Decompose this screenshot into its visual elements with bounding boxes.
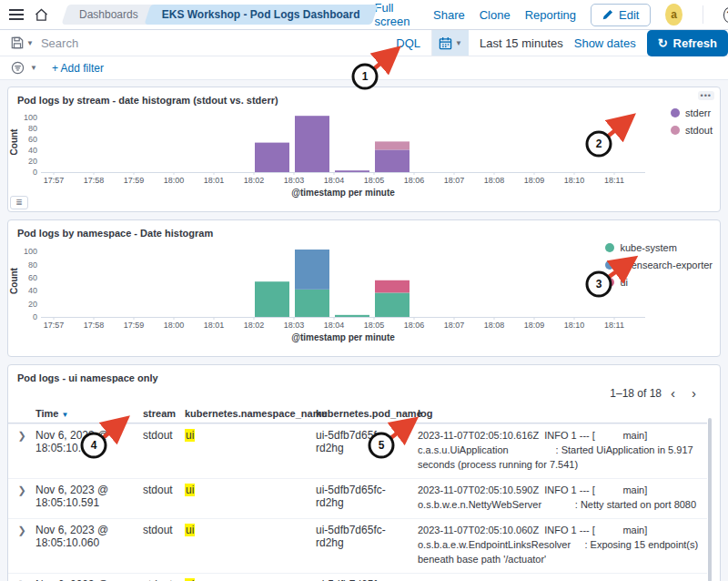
column-header-log[interactable]: log: [418, 408, 707, 419]
column-header-pod-name[interactable]: kubernetes.pod_name: [316, 408, 418, 419]
search-input[interactable]: [41, 30, 385, 56]
panel-pod-logs-by-stream: Pod logs by stream - date histogram (std…: [7, 87, 721, 212]
column-header-stream[interactable]: stream: [143, 408, 185, 419]
reporting-link[interactable]: Reporting: [525, 8, 576, 22]
svg-text:18:02: 18:02: [244, 176, 265, 185]
pagination-prev-icon[interactable]: ‹: [663, 386, 682, 401]
namespace-cell: ui: [185, 524, 316, 536]
legend-item-kube-system[interactable]: kube-system: [605, 242, 713, 253]
panel-pod-logs-table: Pod logs - ui namespace only 1–18 of 18 …: [7, 364, 721, 581]
query-bar: ▼ DQL ▼ Last 15 minutes Show dates ↻ Ref…: [0, 30, 728, 56]
expand-row-icon[interactable]: ❯: [8, 578, 35, 581]
column-header-time[interactable]: Time ▼: [35, 408, 143, 419]
panel-title: Pod logs by namespace - Date histogram: [8, 220, 720, 240]
date-picker-quick-select-button[interactable]: ▼: [432, 30, 469, 56]
svg-text:18:06: 18:06: [404, 176, 425, 185]
user-avatar[interactable]: a: [665, 4, 682, 25]
svg-text:18:03: 18:03: [284, 321, 305, 330]
log-table: Time ▼ stream kubernetes.namespace_name …: [8, 404, 707, 581]
pod-name-cell: ui-5dfb7d65fc-rd2hg: [316, 524, 418, 549]
svg-text:18:04: 18:04: [324, 176, 345, 185]
filter-bar: ▼ + Add filter: [0, 56, 728, 80]
svg-text:18:04: 18:04: [324, 321, 345, 330]
table-header-row: Time ▼ stream kubernetes.namespace_name …: [8, 404, 707, 423]
expand-row-icon[interactable]: ❯: [8, 524, 35, 536]
svg-text:18:01: 18:01: [204, 321, 225, 330]
svg-text:0: 0: [33, 168, 37, 177]
chart-legend: stderrstdout: [671, 107, 713, 136]
panel-title: Pod logs by stream - date histogram (std…: [8, 87, 720, 107]
svg-text:40: 40: [28, 146, 37, 155]
time-cell: Nov 6, 2023 @ 18:05:10.616: [35, 429, 143, 454]
pod-name-cell: ui-5dfb7d65fc-rd2hg: [316, 578, 418, 581]
svg-text:18:09: 18:09: [524, 176, 545, 185]
legend-item-stderr[interactable]: stderr: [671, 107, 713, 118]
svg-text:20: 20: [28, 157, 37, 166]
stream-cell: stdout: [143, 578, 185, 581]
svg-text:80: 80: [28, 260, 37, 270]
svg-text:18:06: 18:06: [404, 321, 425, 330]
svg-text:40: 40: [28, 286, 37, 295]
filter-icon[interactable]: [11, 61, 25, 75]
legend-item-opensearch-exporter[interactable]: opensearch-exporter: [605, 260, 713, 270]
svg-text:18:10: 18:10: [564, 176, 585, 185]
expand-row-icon[interactable]: ❯: [8, 484, 35, 496]
edit-button[interactable]: Edit: [591, 4, 651, 26]
refresh-icon: ↻: [658, 36, 668, 50]
clone-link[interactable]: Clone: [480, 8, 511, 22]
breadcrumb-dashboards[interactable]: Dashboards: [65, 5, 153, 25]
svg-text:17:57: 17:57: [44, 321, 65, 330]
highlighted-namespace: ui: [185, 578, 195, 581]
breadcrumb: Dashboards EKS Workshop - Pod Logs Dashb…: [65, 5, 375, 25]
svg-text:20: 20: [28, 300, 37, 309]
chart-legend: kube-systemopensearch-exporterui: [605, 242, 713, 288]
svg-text:18:05: 18:05: [364, 321, 385, 330]
breadcrumb-current-dashboard: EKS Workshop - Pod Logs Dashboard: [147, 5, 375, 25]
svg-text:18:08: 18:08: [484, 321, 505, 330]
top-nav: Dashboards EKS Workshop - Pod Logs Dashb…: [0, 0, 728, 30]
show-dates-link[interactable]: Show dates: [574, 36, 636, 50]
log-cell: 2023-11-07T02:05:09.906Z WARN 1 --- [ ma…: [418, 578, 707, 581]
chevron-down-icon[interactable]: ▼: [30, 64, 37, 72]
legend-label: stderr: [685, 107, 711, 118]
share-link[interactable]: Share: [433, 8, 465, 22]
namespace-cell: ui: [185, 429, 316, 442]
legend-color-dot: [605, 260, 614, 270]
help-icon[interactable]: ?: [723, 7, 728, 23]
svg-text:17:57: 17:57: [44, 176, 65, 185]
log-cell: 2023-11-07T02:05:10.616Z INFO 1 --- [ ma…: [418, 429, 707, 473]
panel-pod-logs-by-namespace: Pod logs by namespace - Date histogram 0…: [7, 219, 721, 357]
saved-query-menu-button[interactable]: ▼: [0, 30, 41, 56]
svg-text:0: 0: [33, 312, 37, 321]
svg-text:60: 60: [28, 135, 37, 144]
menu-hamburger-icon[interactable]: [9, 3, 24, 26]
legend-toggle-icon[interactable]: ≣: [10, 196, 28, 209]
pod-name-cell: ui-5dfb7d65fc-rd2hg: [316, 484, 418, 509]
svg-text:17:59: 17:59: [124, 176, 145, 185]
stream-cell: stdout: [143, 524, 185, 536]
svg-text:@timestamp per minute: @timestamp per minute: [291, 188, 395, 198]
chevron-down-icon: ▼: [26, 39, 34, 47]
namespace-cell: ui: [185, 578, 316, 581]
panel-options-icon[interactable]: •••: [698, 91, 714, 100]
svg-text:18:11: 18:11: [604, 176, 624, 185]
svg-text:18:05: 18:05: [364, 176, 385, 185]
legend-item-stdout[interactable]: stdout: [671, 125, 713, 136]
expand-row-icon[interactable]: ❯: [8, 429, 35, 442]
svg-text:Count: Count: [9, 267, 19, 294]
query-language-dql-button[interactable]: DQL: [385, 36, 431, 50]
refresh-button[interactable]: ↻ Refresh: [647, 30, 728, 56]
stream-cell: stdout: [143, 484, 185, 496]
full-screen-link[interactable]: Full screen: [375, 1, 420, 28]
home-icon[interactable]: [35, 3, 48, 26]
sort-desc-icon: ▼: [62, 411, 69, 419]
time-cell: Nov 6, 2023 @ 18:05:10.060: [35, 524, 143, 549]
svg-text:17:58: 17:58: [84, 176, 105, 185]
column-header-namespace[interactable]: kubernetes.namespace_name: [185, 408, 316, 419]
pagination-next-icon[interactable]: ›: [684, 386, 703, 401]
legend-item-ui[interactable]: ui: [605, 277, 713, 288]
vertical-scrollbar[interactable]: [708, 418, 712, 581]
add-filter-link[interactable]: + Add filter: [52, 62, 104, 75]
time-range-label[interactable]: Last 15 minutes: [469, 36, 574, 50]
table-row: ❯ Nov 6, 2023 @ 18:05:09.906 stdout ui u…: [8, 573, 707, 581]
